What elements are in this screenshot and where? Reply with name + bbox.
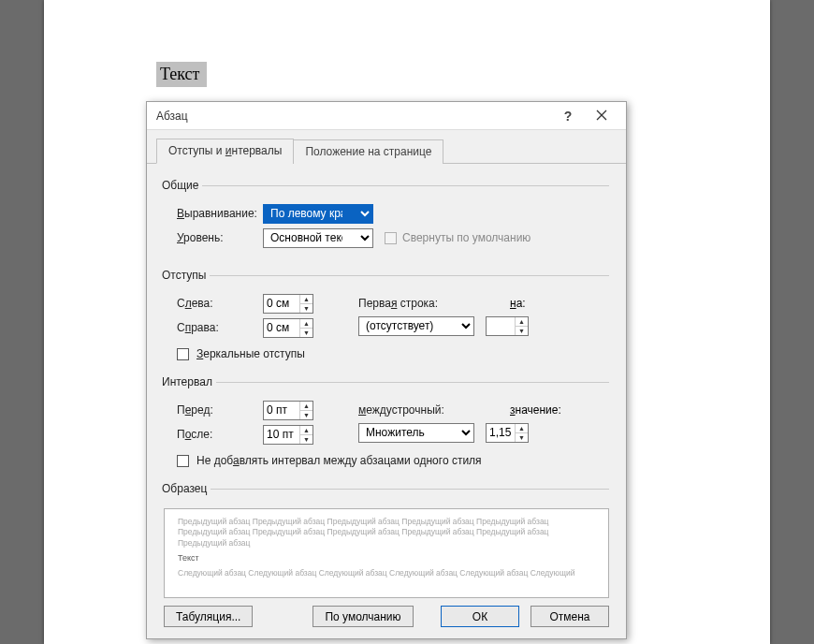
group-spacing-legend: Интервал (162, 375, 216, 388)
indent-right-input[interactable] (264, 319, 299, 337)
spin-up-icon[interactable]: ▲ (300, 319, 313, 329)
collapsed-label: Свернуты по умолчанию (402, 231, 531, 244)
selected-text[interactable]: Текст (156, 62, 207, 87)
checkbox-icon (177, 348, 189, 360)
space-before-label: Перед: (177, 403, 263, 417)
default-button[interactable]: По умолчанию (313, 606, 413, 627)
space-after-label: После: (177, 428, 263, 441)
help-button[interactable]: ? (551, 109, 585, 124)
spin-down-icon[interactable]: ▼ (300, 329, 313, 337)
close-icon (596, 110, 607, 121)
outline-label: Уровень: (177, 231, 263, 244)
dialog-tabs: Отступы и интервалы Положение на страниц… (147, 130, 626, 164)
indent-left-label: Слева: (177, 297, 263, 310)
spin-down-icon[interactable]: ▼ (300, 304, 313, 313)
paragraph-dialog: Абзац ? Отступы и интервалы Положение на… (146, 101, 627, 639)
alignment-select[interactable]: По левому краю (263, 204, 373, 224)
group-indents: Отступы Слева: ▲▼ Справа: ▲▼ (164, 269, 609, 362)
spin-up-icon[interactable]: ▲ (300, 402, 313, 411)
ok-button[interactable]: ОК (441, 606, 519, 627)
mirror-indents-checkbox[interactable]: Зеркальные отступы (177, 347, 609, 360)
at-spinner[interactable]: ▲▼ (486, 423, 529, 443)
by-spinner[interactable]: ▲▼ (486, 316, 529, 336)
tabs-button[interactable]: Табуляция... (164, 606, 253, 627)
spin-down-icon[interactable]: ▼ (516, 433, 528, 442)
tab-page-position[interactable]: Положение на странице (293, 139, 443, 164)
spin-up-icon[interactable]: ▲ (516, 424, 528, 433)
outline-select[interactable]: Основной текст (263, 228, 373, 248)
spin-down-icon[interactable]: ▼ (300, 435, 313, 444)
mirror-indents-label: Зеркальные отступы (196, 347, 305, 360)
checkbox-icon (177, 455, 189, 467)
spin-up-icon[interactable]: ▲ (516, 317, 528, 327)
preview-prev-para: Предыдущий абзац Предыдущий абзац Предыд… (178, 517, 595, 549)
spin-down-icon[interactable]: ▼ (300, 411, 313, 419)
checkbox-icon (385, 232, 397, 244)
group-preview: Образец Предыдущий абзац Предыдущий абза… (164, 482, 609, 598)
preview-next-para: Следующий абзац Следующий абзац Следующи… (178, 568, 595, 578)
dialog-titlebar: Абзац ? (147, 102, 626, 130)
indent-right-spinner[interactable]: ▲▼ (263, 318, 313, 338)
by-label: на: (510, 297, 560, 310)
spin-up-icon[interactable]: ▲ (300, 295, 313, 304)
no-space-same-style-label: Не добавлять интервал между абзацами одн… (196, 454, 482, 467)
dialog-body: Общие Выравнивание: По левому краю Урове… (147, 164, 626, 598)
space-before-input[interactable] (264, 402, 299, 419)
dialog-title: Абзац (156, 110, 551, 123)
by-input[interactable] (487, 317, 515, 335)
group-general: Общие Выравнивание: По левому краю Урове… (164, 179, 609, 252)
linespace-select[interactable]: Множитель (358, 423, 474, 443)
space-after-input[interactable] (264, 426, 299, 444)
firstline-select[interactable]: (отсутствует) (358, 316, 474, 336)
group-general-legend: Общие (162, 179, 202, 192)
at-label: значение: (510, 403, 562, 417)
indent-left-spinner[interactable]: ▲▼ (263, 294, 313, 314)
close-button[interactable] (585, 109, 618, 124)
indent-left-input[interactable] (264, 295, 299, 313)
group-indents-legend: Отступы (162, 269, 210, 282)
at-input[interactable] (487, 424, 515, 442)
indent-right-label: Справа: (177, 321, 263, 334)
dialog-footer: Табуляция... По умолчанию ОК Отмена (147, 598, 626, 638)
tab-label: Отступы и интервалы (168, 144, 282, 157)
collapsed-checkbox: Свернуты по умолчанию (385, 231, 531, 244)
firstline-label: Первая строка: (358, 297, 499, 310)
spin-down-icon[interactable]: ▼ (516, 327, 528, 335)
alignment-label: Выравнивание: (177, 207, 263, 220)
preview-sample: Текст (178, 552, 595, 564)
space-before-spinner[interactable]: ▲▼ (263, 401, 313, 420)
tab-indents-spacing[interactable]: Отступы и интервалы (156, 139, 294, 164)
cancel-button[interactable]: Отмена (531, 606, 609, 627)
no-space-same-style-checkbox[interactable]: Не добавлять интервал между абзацами одн… (177, 454, 609, 467)
group-preview-legend: Образец (162, 482, 211, 495)
space-after-spinner[interactable]: ▲▼ (263, 425, 313, 445)
group-spacing: Интервал Перед: ▲▼ После: ▲▼ (164, 375, 609, 469)
preview-box: Предыдущий абзац Предыдущий абзац Предыд… (164, 508, 609, 598)
linespace-label: междустрочный: (358, 403, 499, 417)
spin-up-icon[interactable]: ▲ (300, 426, 313, 435)
